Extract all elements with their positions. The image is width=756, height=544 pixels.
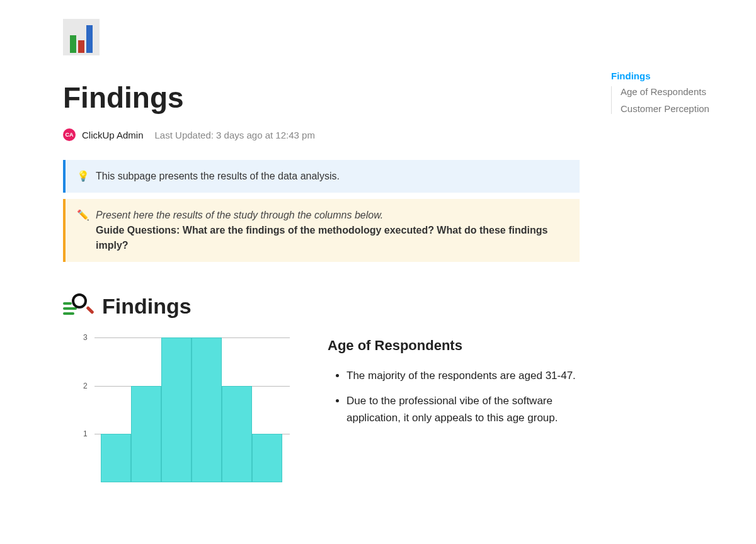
bars-group <box>101 337 282 482</box>
y-tick-label: 1 <box>83 429 88 438</box>
magnifier-icon <box>63 293 94 319</box>
subsection-heading: Age of Respondents <box>328 337 580 354</box>
page-title: Findings <box>63 81 580 115</box>
info-callout: 💡 This subpage presents the results of t… <box>63 160 580 193</box>
guide-intro: Present here the results of the study th… <box>96 210 383 220</box>
y-tick-label: 2 <box>83 382 88 390</box>
table-of-contents: Findings Age of RespondentsCustomer Perc… <box>611 71 731 114</box>
icon-bar-blue <box>86 25 93 53</box>
pencil-icon: ✏️ <box>77 208 88 223</box>
list-item: The majority of the respondents are aged… <box>346 368 580 384</box>
bar <box>252 434 282 482</box>
section-heading-row: Findings <box>63 293 580 319</box>
author-name[interactable]: ClickUp Admin <box>82 130 144 140</box>
bar <box>131 386 161 482</box>
main-content: Findings CA ClickUp Admin Last Updated: … <box>63 19 580 482</box>
guide-callout: ✏️ Present here the results of the study… <box>63 199 580 262</box>
bar <box>101 434 131 482</box>
page-meta: CA ClickUp Admin Last Updated: 3 days ag… <box>63 128 580 141</box>
list-item: Due to the professional vibe of the soft… <box>346 393 580 426</box>
page-icon-chart <box>63 19 100 55</box>
icon-bar-green <box>70 35 76 53</box>
guide-callout-body: Present here the results of the study th… <box>96 208 568 253</box>
toc-title[interactable]: Findings <box>611 71 731 81</box>
updated-value: 3 days ago at 12:43 pm <box>216 130 315 140</box>
bar <box>161 337 192 482</box>
icon-bar-red <box>78 40 84 53</box>
updated-label: Last Updated: <box>155 130 214 140</box>
toc-items: Age of RespondentsCustomer Perception <box>611 86 731 114</box>
guide-questions: Guide Questions: What are the findings o… <box>96 225 547 251</box>
author-avatar[interactable]: CA <box>63 128 76 141</box>
age-histogram: 123 <box>94 337 290 482</box>
toc-item[interactable]: Customer Perception <box>621 103 731 114</box>
toc-item[interactable]: Age of Respondents <box>621 86 731 97</box>
findings-bullets: The majority of the respondents are aged… <box>328 368 580 426</box>
info-callout-text: This subpage presents the results of the… <box>96 169 568 184</box>
last-updated: Last Updated: 3 days ago at 12:43 pm <box>155 130 315 140</box>
findings-columns: 123 Age of Respondents The majority of t… <box>63 337 580 482</box>
chart-column: 123 <box>63 337 302 482</box>
bar <box>192 337 222 482</box>
findings-text-column: Age of Respondents The majority of the r… <box>328 337 580 435</box>
y-tick-label: 3 <box>83 333 88 342</box>
section-heading: Findings <box>102 294 192 319</box>
bar <box>222 386 252 482</box>
lightbulb-icon: 💡 <box>77 169 88 184</box>
